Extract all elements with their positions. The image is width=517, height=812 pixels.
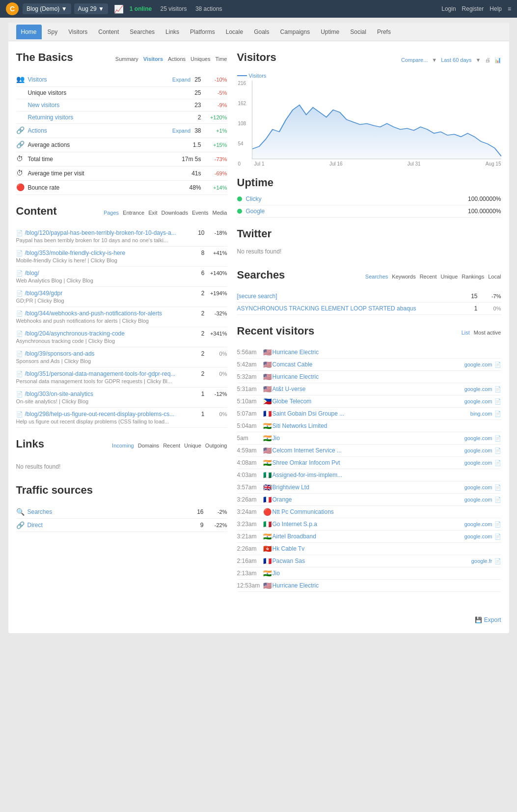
visitor-ref-15[interactable]: google.com <box>464 521 492 527</box>
uptime-google-label[interactable]: Google <box>246 208 468 215</box>
page-link-7[interactable]: /blog/39/sponsors-and-ads <box>25 350 198 357</box>
basics-tab-uniques[interactable]: Uniques <box>190 56 210 62</box>
subnav-prefs[interactable]: Prefs <box>372 25 396 39</box>
visitor-name-20[interactable]: Hurricane Electric <box>272 582 501 589</box>
page-link-4[interactable]: /blog/349/gdpr <box>25 290 198 297</box>
visitor-name-1[interactable]: Hurricane Electric <box>272 349 501 356</box>
visitor-ref-2[interactable]: google.com <box>464 362 492 367</box>
visitor-name-14[interactable]: Ntt Pc Communications <box>272 508 501 515</box>
chart-icon[interactable]: 📈 <box>114 4 124 14</box>
recent-tab-most-active[interactable]: Most active <box>474 330 501 336</box>
page-link-8[interactable]: /blog/351/personal-data-management-tools… <box>25 370 198 377</box>
content-tab-media[interactable]: Media <box>213 210 227 216</box>
visitor-name-18[interactable]: Pacwan Sas <box>272 558 471 564</box>
page-link-1[interactable]: /blog/120/paypal-has-been-terribly-broke… <box>25 229 195 236</box>
subnav-content[interactable]: Content <box>93 25 124 39</box>
searches-tab-searches[interactable]: Searches <box>365 274 388 280</box>
page-link-5[interactable]: /blog/344/webhooks-and-push-notification… <box>25 310 198 317</box>
searches-tab-keywords[interactable]: Keywords <box>392 274 415 280</box>
visitor-name-9[interactable]: Celcom Internet Service ... <box>272 447 464 454</box>
export-button[interactable]: 💾 Export <box>475 616 501 623</box>
period-btn[interactable]: Last 60 days <box>441 57 471 63</box>
visitors-label[interactable]: Visitors <box>28 76 170 83</box>
visitor-name-13[interactable]: Orange <box>272 496 464 503</box>
subnav-locale[interactable]: Locale <box>221 25 248 39</box>
visitor-name-19[interactable]: Jio <box>272 570 501 577</box>
subnav-social[interactable]: Social <box>345 25 371 39</box>
visitor-ref-12[interactable]: google.com <box>464 484 492 490</box>
compare-btn[interactable]: Compare... <box>401 57 428 63</box>
visitor-name-10[interactable]: Shree Omkar Infocom Pvt <box>272 459 464 466</box>
links-tab-domains[interactable]: Domains <box>138 443 159 448</box>
returning-label[interactable]: Returning visitors <box>16 114 198 121</box>
visitor-name-11[interactable]: Assigned-for-ims-implem... <box>272 472 501 478</box>
page-link-6[interactable]: /blog/204/asynchronous-tracking-code <box>25 330 198 337</box>
content-tab-downloads[interactable]: Downloads <box>161 210 188 216</box>
subnav-home[interactable]: Home <box>16 25 42 39</box>
chart-bar-icon[interactable]: 📊 <box>494 57 501 63</box>
recent-tab-list[interactable]: List <box>462 330 470 336</box>
links-tab-recent[interactable]: Recent <box>163 443 180 448</box>
visitor-name-17[interactable]: Hk Cable Tv <box>272 545 501 552</box>
direct-label[interactable]: Direct <box>27 522 200 529</box>
visitor-name-16[interactable]: Airtel Broadband <box>272 533 464 540</box>
visitor-ref-9[interactable]: google.com <box>464 448 492 453</box>
register-link[interactable]: Register <box>462 5 484 12</box>
help-link[interactable]: Help <box>490 5 502 12</box>
subnav-goals[interactable]: Goals <box>249 25 274 39</box>
subnav-uptime[interactable]: Uptime <box>316 25 344 39</box>
actions-expand[interactable]: Expand <box>172 128 190 134</box>
basics-tab-summary[interactable]: Summary <box>115 56 138 62</box>
searches-tab-local[interactable]: Local <box>488 274 501 280</box>
menu-icon[interactable]: ≡ <box>508 5 511 12</box>
visitor-ref-16[interactable]: google.com <box>464 533 492 539</box>
search-label-2[interactable]: ASYNCHRONOUS TRACKING ELEMENT LOOP START… <box>237 305 474 312</box>
content-tab-exit[interactable]: Exit <box>148 210 157 216</box>
visitor-name-4[interactable]: At&t U-verse <box>272 386 464 392</box>
visitor-ref-13[interactable]: google.com <box>464 497 492 503</box>
visitor-ref-18[interactable]: google.fr <box>471 558 492 564</box>
visitor-ref-5[interactable]: google.com <box>464 398 492 404</box>
visitor-name-5[interactable]: Globe Telecom <box>272 398 464 405</box>
visitor-ref-8[interactable]: google.com <box>464 435 492 441</box>
visitor-name-15[interactable]: Go Internet S.p.a <box>272 521 464 528</box>
links-tab-unique[interactable]: Unique <box>184 443 201 448</box>
page-link-10[interactable]: /blog/298/help-us-figure-out-recent-disp… <box>25 411 198 418</box>
visitor-name-3[interactable]: Hurricane Electric <box>272 373 501 380</box>
searches-traffic-label[interactable]: Searches <box>27 508 197 515</box>
subnav-campaigns[interactable]: Campaigns <box>275 25 315 39</box>
basics-tab-visitors[interactable]: Visitors <box>143 56 163 62</box>
search-label-1[interactable]: [secure search] <box>237 293 471 300</box>
searches-tab-recent[interactable]: Recent <box>420 274 437 280</box>
visitor-name-7[interactable]: Siti Networks Limited <box>272 422 501 429</box>
subnav-spy[interactable]: Spy <box>43 25 63 39</box>
subnav-searches[interactable]: Searches <box>125 25 160 39</box>
basics-tab-actions[interactable]: Actions <box>168 56 186 62</box>
content-tab-pages[interactable]: Pages <box>104 210 119 216</box>
visitor-ref-4[interactable]: google.com <box>464 386 492 392</box>
subnav-platforms[interactable]: Platforms <box>185 25 220 39</box>
links-tab-outgoing[interactable]: Outgoing <box>205 443 227 448</box>
content-tab-entrance[interactable]: Entrance <box>123 210 144 216</box>
subnav-links[interactable]: Links <box>161 25 184 39</box>
searches-tab-unique[interactable]: Unique <box>440 274 458 280</box>
visitor-ref-10[interactable]: google.com <box>464 460 492 466</box>
visitor-name-8[interactable]: Jio <box>272 435 464 442</box>
new-visitors-label[interactable]: New visitors <box>16 102 195 109</box>
page-link-9[interactable]: /blog/303/on-site-analytics <box>25 391 198 397</box>
page-link-2[interactable]: /blog/353/mobile-friendly-clicky-is-here <box>25 250 198 256</box>
visitor-name-12[interactable]: Brightview Ltd <box>272 484 464 491</box>
subnav-visitors[interactable]: Visitors <box>63 25 92 39</box>
basics-tab-time[interactable]: Time <box>215 56 227 62</box>
visitor-name-2[interactable]: Comcast Cable <box>272 361 464 368</box>
visitor-ref-6[interactable]: bing.com <box>470 411 492 417</box>
visitor-name-6[interactable]: Saint Gobain Dsi Groupe ... <box>272 410 470 417</box>
visitors-expand[interactable]: Expand <box>172 77 190 83</box>
login-link[interactable]: Login <box>441 5 456 12</box>
actions-label[interactable]: Actions <box>28 127 170 134</box>
page-link-3[interactable]: /blog/ <box>25 270 198 277</box>
uptime-clicky-label[interactable]: Clicky <box>246 196 468 202</box>
date-selector[interactable]: Aug 29 ▼ <box>74 3 108 14</box>
searches-tab-rankings[interactable]: Rankings <box>462 274 484 280</box>
links-tab-incoming[interactable]: Incoming <box>112 443 134 448</box>
